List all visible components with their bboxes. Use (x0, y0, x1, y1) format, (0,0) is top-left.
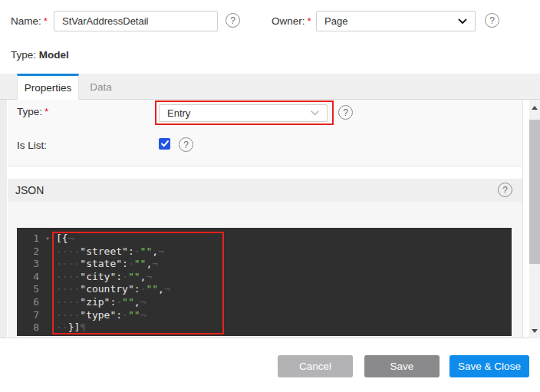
code-gutter: 1▾2345678 (17, 228, 51, 336)
code-line: ····"street":·"",¬ (56, 245, 170, 259)
code-line: ····"state":·"",¬ (56, 258, 170, 271)
chevron-down-icon (458, 18, 467, 25)
chevron-down-icon (311, 110, 319, 116)
tab-data[interactable]: Data (79, 74, 123, 100)
type-select-value: Entry (167, 107, 190, 119)
line-number: 2 (17, 245, 39, 259)
code-line: ····"zip":·"",¬ (56, 296, 170, 309)
check-icon (161, 140, 169, 147)
vertical-scrollbar[interactable] (529, 100, 540, 338)
code-line: ··}]¶ (56, 321, 170, 334)
json-code-editor[interactable]: 1▾2345678 [{¬····"street":·"",¬····"stat… (17, 228, 512, 336)
code-line: [{¬ (56, 232, 170, 245)
scrollbar-thumb[interactable] (529, 120, 540, 264)
name-label: Name:* (11, 15, 48, 27)
name-input[interactable] (54, 11, 218, 31)
tab-bar: Properties Data (0, 74, 540, 100)
properties-panel: Type:* Entry ? Is List: ? JSON ? Field E… (0, 100, 540, 338)
owner-select[interactable]: Page (316, 11, 476, 31)
type-field-label: Type:* (17, 106, 48, 117)
cancel-button[interactable]: Cancel (278, 355, 353, 377)
line-number: 7 (17, 309, 39, 322)
line-number: 4 (17, 271, 39, 284)
tab-properties[interactable]: Properties (17, 74, 79, 100)
is-list-help-icon[interactable]: ? (179, 137, 193, 152)
left-gutter (0, 100, 7, 338)
owner-label: Owner:* (272, 15, 311, 27)
variable-type-text: Type: Model (11, 49, 69, 61)
variable-type-value: Model (39, 49, 69, 61)
content-border (522, 100, 523, 338)
scroll-down-arrow-icon[interactable] (532, 329, 538, 333)
is-list-label: Is List: (17, 140, 47, 151)
code-line: ····"city":·"",¬ (56, 271, 170, 284)
line-number: 5 (17, 283, 39, 296)
json-section-title: JSON (15, 184, 44, 196)
line-number: 3 (17, 258, 39, 271)
is-list-checkbox[interactable] (159, 138, 170, 150)
json-help-icon[interactable]: ? (498, 183, 512, 197)
owner-select-value: Page (324, 15, 347, 27)
line-number: 6 (17, 296, 39, 309)
json-section-header: JSON ? (8, 179, 522, 202)
required-asterisk: * (308, 15, 311, 27)
required-asterisk: * (44, 15, 48, 27)
type-help-icon[interactable]: ? (338, 105, 353, 120)
required-asterisk: * (44, 106, 48, 117)
scroll-up-arrow-icon[interactable] (532, 106, 538, 110)
name-help-icon[interactable]: ? (226, 13, 240, 28)
save-button[interactable]: Save (364, 355, 440, 377)
type-select[interactable]: Entry (159, 104, 328, 122)
owner-help-icon[interactable]: ? (485, 13, 499, 28)
line-number: 1▾ (17, 232, 39, 245)
code-line: ····"country":·"",¬ (56, 283, 170, 296)
save-and-close-button[interactable]: Save & Close (449, 355, 529, 377)
code-lines: [{¬····"street":·"",¬····"state":·"",¬··… (51, 228, 170, 336)
code-line: ····"type":·""¬ (56, 309, 170, 322)
fold-arrow-icon[interactable]: ▾ (45, 232, 50, 245)
line-number: 8 (17, 321, 39, 334)
